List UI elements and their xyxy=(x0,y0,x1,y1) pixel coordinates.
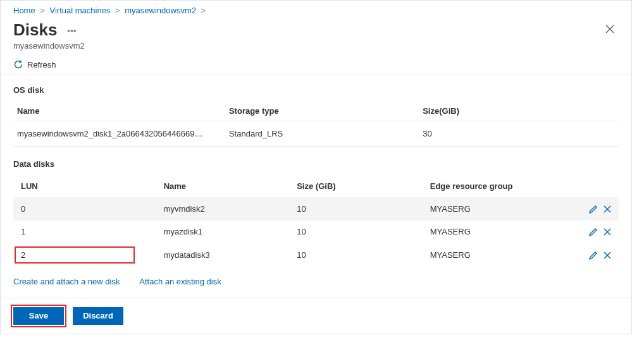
data-disks-heading: Data disks xyxy=(13,159,619,169)
breadcrumb: Home > Virtual machines > myasewindowsvm… xyxy=(1,1,631,15)
more-icon[interactable]: ••• xyxy=(67,26,77,36)
footer-bar: Save Discard xyxy=(1,298,631,334)
edit-button[interactable] xyxy=(587,250,598,259)
table-row: 1 myazdisk1 10 MYASERG xyxy=(13,221,619,244)
os-col-size: Size(GiB) xyxy=(419,101,619,121)
cell-size: 10 xyxy=(292,197,425,221)
edit-button[interactable] xyxy=(587,203,598,213)
breadcrumb-vm[interactable]: myasewindowsvm2 xyxy=(125,6,196,15)
pencil-icon xyxy=(588,227,598,237)
cell-group: MYASERG xyxy=(425,197,571,221)
cell-name: myazdisk1 xyxy=(159,221,292,244)
delete-button[interactable] xyxy=(601,203,612,213)
cell-name: mydatadisk3 xyxy=(159,243,292,267)
os-disk-row: myasewindowsvm2_disk1_2a066432056446669…… xyxy=(13,121,619,147)
close-icon xyxy=(602,227,612,237)
chevron-right-icon: > xyxy=(201,6,206,15)
chevron-right-icon: > xyxy=(115,6,120,15)
cell-lun: 0 xyxy=(13,197,159,221)
data-disks-section: Data disks LUN Name Size (GiB) Edge reso… xyxy=(1,149,631,269)
os-disk-size: 30 xyxy=(419,121,619,147)
edit-button[interactable] xyxy=(587,227,598,236)
discard-button[interactable]: Discard xyxy=(73,307,123,325)
attach-existing-link[interactable]: Attach an existing disk xyxy=(139,277,221,286)
delete-button[interactable] xyxy=(601,227,612,236)
os-disk-storage: Standard_LRS xyxy=(225,121,419,147)
cell-name: myvmdisk2 xyxy=(159,197,292,221)
os-disk-section: OS disk Name Storage type Size(GiB) myas… xyxy=(1,75,631,149)
cell-lun: 1 xyxy=(13,221,159,244)
close-icon xyxy=(602,204,612,214)
col-name: Name xyxy=(159,175,292,197)
os-col-name: Name xyxy=(13,101,225,121)
table-row: 0 myvmdisk2 10 MYASERG xyxy=(13,197,619,221)
refresh-icon xyxy=(13,59,23,70)
data-disks-table: LUN Name Size (GiB) Edge resource group … xyxy=(13,175,619,267)
toolbar: Refresh xyxy=(1,54,631,75)
refresh-button[interactable]: Refresh xyxy=(13,59,56,70)
disk-action-links: Create and attach a new disk Attach an e… xyxy=(1,269,631,298)
close-button[interactable] xyxy=(605,18,619,37)
close-icon xyxy=(602,250,612,260)
refresh-label: Refresh xyxy=(27,60,56,70)
cell-size: 10 xyxy=(292,243,425,267)
pencil-icon xyxy=(588,250,598,260)
col-group: Edge resource group xyxy=(425,175,571,197)
save-button[interactable]: Save xyxy=(13,307,64,325)
os-col-storage: Storage type xyxy=(225,101,419,121)
breadcrumb-vms[interactable]: Virtual machines xyxy=(50,6,111,15)
close-icon xyxy=(605,24,615,34)
breadcrumb-home[interactable]: Home xyxy=(13,6,35,15)
col-lun: LUN xyxy=(13,175,159,197)
page-title: Disks xyxy=(13,20,57,40)
chevron-right-icon: > xyxy=(40,6,45,15)
create-attach-link[interactable]: Create and attach a new disk xyxy=(13,277,120,286)
os-disk-name: myasewindowsvm2_disk1_2a066432056446669… xyxy=(17,129,221,138)
page-root: Home > Virtual machines > myasewindowsvm… xyxy=(0,0,632,334)
col-size: Size (GiB) xyxy=(292,175,425,197)
os-disk-heading: OS disk xyxy=(13,85,619,95)
pencil-icon xyxy=(588,204,598,214)
table-row: 2 mydatadisk3 10 MYASERG xyxy=(13,243,619,267)
cell-group: MYASERG xyxy=(425,221,571,244)
cell-lun-highlighted[interactable]: 2 xyxy=(15,246,135,264)
cell-group: MYASERG xyxy=(425,243,571,267)
page-subtitle: myasewindowsvm2 xyxy=(1,40,631,54)
delete-button[interactable] xyxy=(601,250,612,259)
cell-size: 10 xyxy=(292,221,425,244)
os-disk-table: Name Storage type Size(GiB) myasewindows… xyxy=(13,101,619,147)
